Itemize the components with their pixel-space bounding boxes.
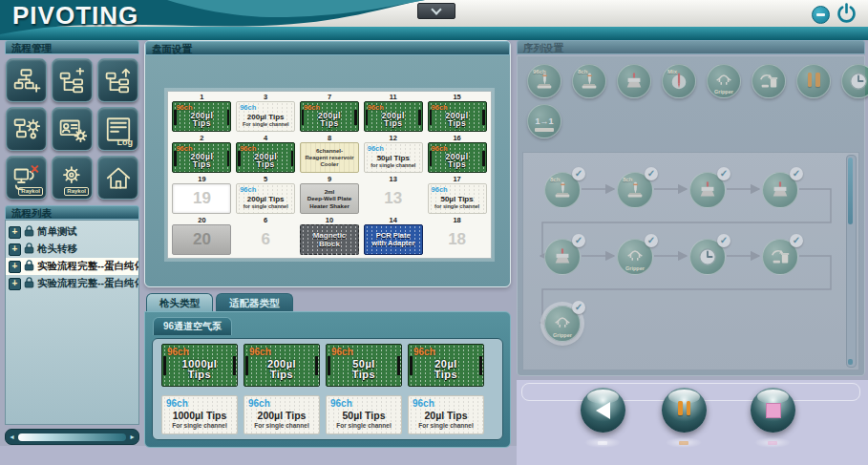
playback-pause-button[interactable] bbox=[662, 388, 707, 433]
window-dropdown-button[interactable] bbox=[417, 3, 455, 19]
expand-plus-icon[interactable]: + bbox=[9, 278, 21, 290]
pm-flow-settings-button[interactable] bbox=[6, 107, 47, 151]
pm-new-flowchart-button[interactable] bbox=[6, 58, 47, 102]
expand-plus-icon[interactable]: + bbox=[9, 243, 21, 256]
deck-slot-19[interactable]: 1919 bbox=[170, 175, 234, 216]
deck-plate: 96ch200µl TipsFor single channel bbox=[236, 101, 295, 132]
flow-step-gripper[interactable]: Gripper✓ bbox=[544, 306, 581, 342]
deck-plate: 96ch200µlTips bbox=[172, 101, 231, 132]
seq-tool-pipette-8ch-button[interactable]: 8ch bbox=[572, 64, 606, 98]
tip-card-96ch[interactable]: 96ch200µlTips bbox=[243, 344, 320, 387]
flow-step-heater[interactable]: ✓ bbox=[762, 172, 798, 208]
pm-user-settings-button[interactable] bbox=[52, 107, 93, 151]
deck-slot-number: 1 bbox=[200, 93, 203, 101]
power-button[interactable] bbox=[836, 3, 857, 23]
tip-card-96ch[interactable]: 96ch1000µlTips bbox=[161, 344, 238, 387]
process-management-header: 流程管理 bbox=[5, 40, 139, 54]
deck-slot-8[interactable]: 86channel-Reagent reservoirCooler bbox=[298, 134, 362, 175]
seq-tool-mix-button[interactable]: Mix bbox=[662, 64, 696, 98]
sequence-panel: 序列设置 96ch8chMixGripper 1→1 8ch✓8ch✓✓✓✓Gr… bbox=[517, 40, 865, 376]
process-list-hscrollbar[interactable]: ◂ ▸ bbox=[5, 429, 139, 445]
seq-tool-timer-button[interactable] bbox=[841, 64, 868, 98]
deck-slot-18[interactable]: 1818 bbox=[425, 216, 489, 257]
tip-card-96ch[interactable]: 96ch20µlTips bbox=[408, 344, 484, 387]
seq-tool-plate-transfer-button[interactable]: 1→1 bbox=[527, 104, 561, 138]
deck-slot-11[interactable]: 1196ch200µlTips bbox=[361, 93, 425, 134]
scroll-thumb[interactable] bbox=[848, 158, 853, 224]
process-list-header: 流程列表 bbox=[5, 205, 139, 220]
flow-step-pipette-8ch[interactable]: 8ch✓ bbox=[544, 172, 581, 208]
deck-slot-number: 7 bbox=[328, 93, 331, 101]
pump-group-tab[interactable]: 96通道空气泵 bbox=[153, 317, 232, 335]
deck-slot-20[interactable]: 2020 bbox=[170, 216, 234, 257]
pm-device-settings-button[interactable]: Raykol bbox=[52, 156, 93, 200]
deck-plate: 20 bbox=[172, 224, 231, 255]
single-tip-row: 96ch1000µl TipsFor single channel96ch200… bbox=[161, 395, 494, 434]
deck-slot-13[interactable]: 1313 bbox=[361, 175, 425, 216]
deck-slot-2[interactable]: 296ch200µlTips bbox=[170, 134, 234, 175]
pm-log-button[interactable]: Log bbox=[97, 107, 138, 151]
tip-card-single[interactable]: 96ch200µl TipsFor single channel bbox=[243, 395, 320, 434]
deck-plate: 96ch200µlTips bbox=[236, 142, 295, 173]
deck-slot-10[interactable]: 10MagneticBlock bbox=[298, 216, 362, 257]
seq-tool-pipette-96ch-button[interactable]: 96ch bbox=[527, 64, 561, 98]
seq-tool-heater-button[interactable] bbox=[617, 64, 651, 98]
pm-add-flow-node-button[interactable] bbox=[52, 58, 93, 102]
deck-slot-14[interactable]: 14PCR Platewith Adapter bbox=[361, 216, 425, 257]
scroll-right-arrow[interactable]: ▸ bbox=[128, 433, 137, 441]
playback-stop-button[interactable] bbox=[751, 388, 795, 433]
deck-slot-17[interactable]: 1796ch50µl Tipsfor single channel bbox=[425, 175, 489, 216]
process-list-item[interactable]: +简单测试 bbox=[6, 223, 138, 241]
tab-adapter-type[interactable]: 适配器类型 bbox=[216, 293, 293, 311]
minimize-button[interactable] bbox=[812, 6, 830, 24]
tip-card-single[interactable]: 96ch50µl TipsFor single channel bbox=[326, 395, 402, 434]
flow-step-heater[interactable]: ✓ bbox=[544, 239, 581, 275]
expand-plus-icon[interactable]: + bbox=[9, 261, 21, 273]
icon-button-label: Raykol bbox=[64, 187, 89, 196]
expand-plus-icon[interactable]: + bbox=[9, 226, 21, 239]
flow-step-gripper[interactable]: Gripper✓ bbox=[617, 239, 653, 275]
flow-vscrollbar[interactable] bbox=[846, 155, 857, 368]
playback-back-button[interactable] bbox=[581, 388, 625, 433]
deck-slot-16[interactable]: 1696ch200µlTips bbox=[425, 134, 489, 175]
pm-home-button[interactable] bbox=[97, 156, 138, 200]
pm-export-flow-button[interactable] bbox=[97, 58, 138, 102]
scroll-thumb[interactable] bbox=[18, 433, 126, 441]
flow-step-pipette-8ch[interactable]: 8ch✓ bbox=[617, 172, 653, 208]
deck-slot-5[interactable]: 596ch200µl Tipsfor single channel bbox=[234, 175, 298, 216]
process-management-toolbar: LogRaykolRaykol bbox=[5, 54, 139, 205]
left-sidebar: 流程管理 LogRaykolRaykol 流程列表 +简单测试+枪头转移+实验流… bbox=[5, 40, 139, 445]
deck-slot-9[interactable]: 92mlDeep-Well PlateHeater Shaker bbox=[298, 175, 362, 216]
process-list-item[interactable]: +实验流程完整--蛋白纯化 bbox=[6, 258, 138, 275]
process-list-item[interactable]: +枪头转移 bbox=[6, 241, 138, 258]
lock-icon bbox=[24, 260, 34, 273]
flow-step-discard-tips[interactable]: ✓ bbox=[762, 239, 798, 275]
seq-tool-pause-button[interactable] bbox=[796, 64, 831, 98]
checkmark-badge: ✓ bbox=[717, 167, 730, 180]
deck-slot-1[interactable]: 196ch200µlTips bbox=[170, 93, 234, 134]
deck-slot-12[interactable]: 1296ch50µl Tipsfor single channel bbox=[361, 134, 425, 175]
seq-tool-gripper-button[interactable]: Gripper bbox=[707, 64, 741, 98]
process-list-item[interactable]: +实验流程完整--蛋白纯化 1列 3 bbox=[6, 275, 138, 292]
tip-card-single[interactable]: 96ch1000µl TipsFor single channel bbox=[161, 395, 238, 434]
deck-slot-15[interactable]: 1596ch200µlTips bbox=[425, 93, 489, 134]
flow-step-timer[interactable]: ✓ bbox=[689, 239, 726, 275]
deck-slot-4[interactable]: 496ch200µlTips bbox=[234, 134, 298, 175]
deck-plate: 96ch200µlTips bbox=[300, 101, 359, 132]
tip-card-96ch[interactable]: 96ch50µlTips bbox=[326, 344, 402, 387]
pm-disconnect-device-button[interactable]: Raykol bbox=[6, 156, 47, 200]
tab-tip-type[interactable]: 枪头类型 bbox=[146, 293, 213, 311]
scroll-end-box[interactable] bbox=[848, 359, 853, 365]
process-list-item-label: 实验流程完整--蛋白纯化 bbox=[37, 260, 138, 273]
tip-card-single[interactable]: 96ch20µl TipsFor single channel bbox=[408, 395, 484, 434]
deck-slot-6[interactable]: 66 bbox=[234, 216, 298, 257]
power-icon bbox=[836, 3, 857, 23]
checkmark-badge: ✓ bbox=[717, 234, 730, 247]
scroll-left-arrow[interactable]: ◂ bbox=[8, 433, 16, 441]
flow-step-heater[interactable]: ✓ bbox=[689, 172, 726, 208]
deck-slot-3[interactable]: 396ch200µl TipsFor single channel bbox=[234, 93, 298, 134]
deck-slot-7[interactable]: 796ch200µlTips bbox=[298, 93, 362, 134]
seq-tool-discard-tips-button[interactable] bbox=[752, 64, 786, 98]
deck-slot-number: 16 bbox=[453, 134, 460, 142]
deck-slot-number: 12 bbox=[390, 134, 397, 142]
